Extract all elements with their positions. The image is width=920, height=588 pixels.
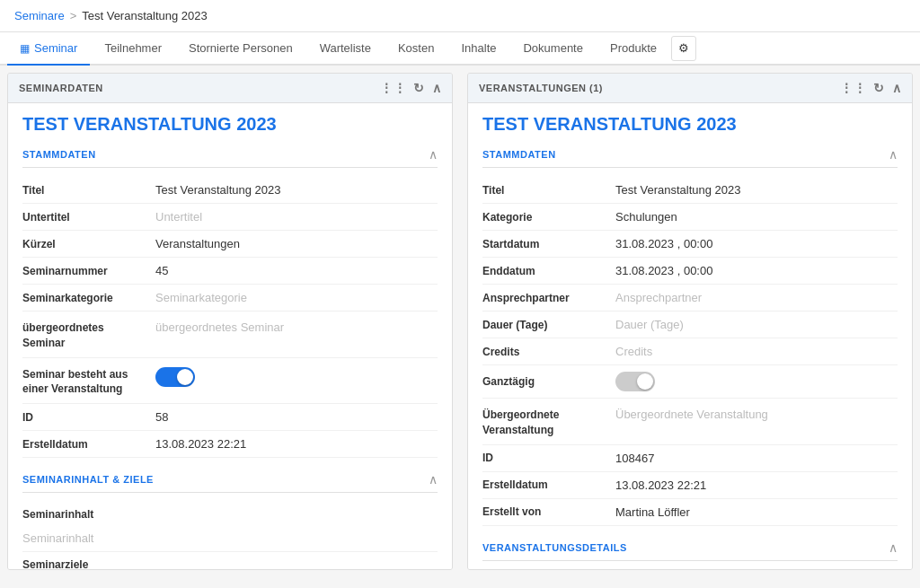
right-field-label-startdatum: Startdatum <box>482 238 608 250</box>
right-field-value-ubergeordnete: Übergeordnete Veranstaltung <box>615 408 898 421</box>
right-field-value-credits: Credits <box>615 345 898 358</box>
right-field-row-dauer: Dauer (Tage) Dauer (Tage) <box>482 312 898 338</box>
field-label-ubergeordnetes: übergeordnetes Seminar <box>22 320 148 351</box>
seminar-besteht-toggle[interactable] <box>155 367 195 387</box>
left-stammdaten-collapse[interactable]: ∧ <box>429 147 438 162</box>
right-seminar-title: TEST VERANSTALTUNG 2023 <box>482 114 898 135</box>
tab-seminar[interactable]: ▦ Seminar <box>7 32 90 66</box>
right-field-row-titel: Titel Test Veranstaltung 2023 <box>482 177 898 204</box>
field-row-seminarziele: Seminarziele <box>22 552 438 570</box>
right-panel-header: VERANSTALTUNGEN (1) ⋮⋮ ↻ ∧ <box>468 74 912 103</box>
field-value-erstelldatum: 13.08.2023 22:21 <box>155 437 438 451</box>
right-stammdaten-collapse[interactable]: ∧ <box>889 147 898 162</box>
right-field-row-erstellt-von: Erstellt von Martina Löffler <box>482 499 898 526</box>
refresh-icon[interactable]: ↻ <box>413 81 425 95</box>
tab-kosten[interactable]: Kosten <box>385 32 447 66</box>
right-field-label-ansprechpartner: Ansprechpartner <box>482 292 608 304</box>
tab-stornierte[interactable]: Stornierte Personen <box>176 32 305 66</box>
right-dots-icon[interactable]: ⋮⋮ <box>840 81 866 95</box>
collapse-icon[interactable]: ∧ <box>432 81 442 95</box>
right-panel-actions: ⋮⋮ ↻ ∧ <box>840 81 901 95</box>
veranstaltungsdetails-header: VERANSTALTUNGSDETAILS ∧ <box>482 540 898 561</box>
seminarinhalt-title: SEMINARINHALT & ZIELE <box>22 474 154 485</box>
right-field-label-ubergeordnete: Übergeordnete Veranstaltung <box>482 408 608 438</box>
right-field-label-id: ID <box>482 452 608 464</box>
right-field-row-erstelldatum: Erstelldatum 13.08.2023 22:21 <box>482 472 898 499</box>
left-panel: SEMINARDATEN ⋮⋮ ↻ ∧ TEST VERANSTALTUNG 2… <box>7 73 453 570</box>
right-field-value-kategorie: Schulungen <box>615 210 898 224</box>
right-field-value-erstellt-von: Martina Löffler <box>615 505 898 519</box>
seminarinhalt-header: SEMINARINHALT & ZIELE ∧ <box>22 472 438 493</box>
right-field-row-startdatum: Startdatum 31.08.2023 , 00:00 <box>482 231 898 258</box>
field-value-untertitel: Untertitel <box>155 210 438 224</box>
field-row-erstelldatum: Erstelldatum 13.08.2023 22:21 <box>22 431 438 458</box>
right-field-label-enddatum: Enddatum <box>482 265 608 277</box>
field-label-seminarkategorie: Seminarkategorie <box>22 292 148 304</box>
tab-warteliste[interactable]: Warteliste <box>307 32 384 66</box>
right-field-row-ansprechpartner: Ansprechpartner Ansprechpartner <box>482 285 898 312</box>
right-field-row-ubergeordnete: Übergeordnete Veranstaltung Übergeordnet… <box>482 399 898 445</box>
left-panel-actions: ⋮⋮ ↻ ∧ <box>380 81 441 95</box>
right-field-row-credits: Credits Credits <box>482 338 898 365</box>
dots-icon[interactable]: ⋮⋮ <box>380 81 406 95</box>
settings-gear-button[interactable]: ⚙ <box>671 36 696 61</box>
right-field-label-titel: Titel <box>482 184 608 197</box>
tab-dokumente[interactable]: Dokumente <box>510 32 595 66</box>
right-refresh-icon[interactable]: ↻ <box>873 81 885 95</box>
field-value-ubergeordnetes: übergeordnetes Seminar <box>155 320 438 334</box>
field-row-seminarkategorie: Seminarkategorie Seminarkategorie <box>22 285 438 312</box>
seminarinhalt-section: SEMINARINHALT & ZIELE ∧ Seminarinhalt Se… <box>22 472 438 570</box>
field-label-seminarziele: Seminarziele <box>22 558 88 570</box>
right-field-label-credits: Credits <box>482 346 608 358</box>
ganztaegig-toggle[interactable]: ✕ <box>615 372 655 391</box>
left-stammdaten-title: STAMMDATEN <box>22 149 96 160</box>
right-field-label-dauer: Dauer (Tage) <box>482 319 608 331</box>
right-field-value-dauer: Dauer (Tage) <box>615 318 898 331</box>
field-label-seminar-toggle: Seminar besteht aus einer Veranstaltung <box>22 367 148 398</box>
right-field-value-startdatum: 31.08.2023 , 00:00 <box>615 237 898 250</box>
field-row-seminar-toggle: Seminar besteht aus einer Veranstaltung <box>22 358 438 405</box>
right-field-label-erstellt-von: Erstellt von <box>482 505 608 518</box>
right-field-row-kategorie: Kategorie Schulungen <box>482 204 898 231</box>
field-value-seminarinhalt: Seminarinhalt <box>22 531 94 545</box>
tab-produkte[interactable]: Produkte <box>597 32 669 66</box>
breadcrumb-link[interactable]: Seminare <box>14 9 65 22</box>
field-value-seminarnummer: 45 <box>155 264 438 277</box>
breadcrumb-current: Test Veranstaltung 2023 <box>82 9 208 22</box>
field-label-kurzel: Kürzel <box>22 238 148 250</box>
left-seminar-title: TEST VERANSTALTUNG 2023 <box>22 114 438 135</box>
field-label-untertitel: Untertitel <box>22 211 148 224</box>
field-label-seminarnummer: Seminarnummer <box>22 265 148 277</box>
main-content: SEMINARDATEN ⋮⋮ ↻ ∧ TEST VERANSTALTUNG 2… <box>0 66 920 577</box>
field-value-titel: Test Veranstaltung 2023 <box>155 183 438 197</box>
veranstaltungsdetails-collapse[interactable]: ∧ <box>889 540 898 555</box>
gear-icon: ⚙ <box>678 41 689 55</box>
right-field-label-ganztaegig: Ganztägig <box>482 375 608 388</box>
right-field-row-enddatum: Enddatum 31.08.2023 , 00:00 <box>482 258 898 285</box>
field-row-seminarnummer: Seminarnummer 45 <box>22 258 438 285</box>
field-row-id: ID 58 <box>22 404 438 431</box>
right-field-value-titel: Test Veranstaltung 2023 <box>615 183 898 197</box>
left-panel-header: SEMINARDATEN ⋮⋮ ↻ ∧ <box>8 74 452 103</box>
right-field-value-ansprechpartner: Ansprechpartner <box>615 291 898 304</box>
left-stammdaten-section-header: STAMMDATEN ∧ <box>22 147 438 168</box>
field-row-seminarinhalt: Seminarinhalt Seminarinhalt <box>22 502 438 552</box>
right-panel: VERANSTALTUNGEN (1) ⋮⋮ ↻ ∧ TEST VERANSTA… <box>467 73 913 570</box>
toggle-knob <box>177 369 193 385</box>
tab-inhalte[interactable]: Inhalte <box>448 32 509 66</box>
right-panel-body: TEST VERANSTALTUNG 2023 STAMMDATEN ∧ Tit… <box>468 103 912 570</box>
grid-icon: ▦ <box>20 42 30 55</box>
toggle-x-icon: ✕ <box>644 377 651 387</box>
breadcrumb: Seminare > Test Veranstaltung 2023 <box>0 0 920 32</box>
field-label-id: ID <box>22 411 148 424</box>
field-label-titel: Titel <box>22 184 148 197</box>
field-row-untertitel: Untertitel Untertitel <box>22 204 438 231</box>
field-value-id: 58 <box>155 410 438 424</box>
tab-teilnehmer[interactable]: Teilnehmer <box>92 32 174 66</box>
veranstaltungsdetails-title: VERANSTALTUNGSDETAILS <box>482 542 627 553</box>
right-collapse-icon[interactable]: ∧ <box>892 81 902 95</box>
right-field-value-id: 108467 <box>615 452 898 465</box>
seminarinhalt-collapse[interactable]: ∧ <box>429 472 438 487</box>
right-field-label-erstelldatum: Erstelldatum <box>482 478 608 491</box>
field-row-titel: Titel Test Veranstaltung 2023 <box>22 177 438 204</box>
